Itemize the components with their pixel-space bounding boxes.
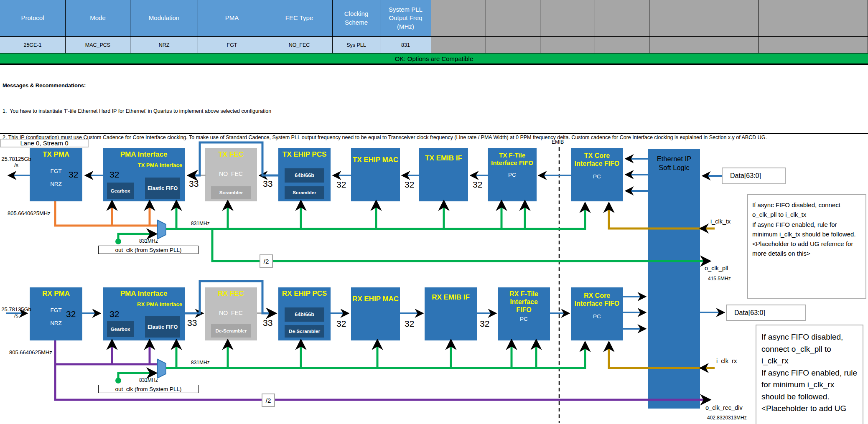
empty-header-cell[interactable] bbox=[813, 0, 868, 37]
tx-out-clk-box: out_clk (from System PLL) bbox=[98, 246, 199, 254]
col-header[interactable]: Protocol bbox=[0, 0, 66, 37]
empty-header-cell[interactable] bbox=[540, 0, 595, 37]
block-title: RX PMA bbox=[30, 287, 82, 298]
empty-value-cell[interactable] bbox=[595, 37, 650, 53]
empty-value-cell[interactable] bbox=[759, 37, 814, 53]
block-title: RX F-Tile Interface FIFO bbox=[498, 287, 550, 314]
block-subtitle: RX PMA Interface bbox=[103, 298, 185, 307]
elastic-fifo-subblock: Elastic FIFO bbox=[145, 316, 180, 338]
empty-header-cell[interactable] bbox=[649, 0, 704, 37]
rx-clock-divider-box: /2 bbox=[262, 394, 275, 407]
rx-ehip-mac-block: RX EHIP MAC bbox=[351, 287, 400, 340]
empty-value-cell[interactable] bbox=[431, 37, 486, 53]
messages-section: Messages & Recommendations: 1. You have … bbox=[3, 67, 863, 153]
empty-header-cell[interactable] bbox=[486, 0, 541, 37]
empty-value-cell[interactable] bbox=[649, 37, 704, 53]
block-title: PMA Interface bbox=[103, 148, 185, 159]
value-cell[interactable]: NRZ bbox=[130, 37, 198, 53]
empty-header-cell[interactable] bbox=[595, 0, 650, 37]
empty-header-cell[interactable] bbox=[431, 0, 486, 37]
empty-value-cell[interactable] bbox=[486, 37, 541, 53]
empty-value-cell[interactable] bbox=[540, 37, 595, 53]
scrambler-subblock: Scrambler bbox=[285, 186, 324, 199]
note-line: If async FIFO disabled, connect o_clk_pl… bbox=[752, 200, 861, 220]
bus-width-label: 32 bbox=[480, 319, 489, 329]
o-clk-pll-freq: 415.5MHz bbox=[708, 276, 731, 282]
col-header[interactable]: PMA bbox=[198, 0, 266, 37]
scrambler-subblock: Scrambler bbox=[211, 186, 251, 199]
value-cell[interactable]: 25GE-1 bbox=[0, 37, 66, 53]
empty-header-cell[interactable] bbox=[759, 0, 814, 37]
block-title: RX Core Interface FIFO bbox=[571, 287, 623, 307]
col-header[interactable]: Clocking Scheme bbox=[333, 0, 380, 37]
tx-emib-if-block: TX EMIB IF bbox=[419, 148, 468, 201]
gearbox-subblock: Gearbox bbox=[107, 183, 134, 199]
value-cell[interactable]: 831 bbox=[380, 37, 431, 53]
empty-header-cell[interactable] bbox=[704, 0, 759, 37]
tx-pma-clock-freq: 805.6640625MHz bbox=[8, 210, 51, 216]
tx-data-port-box: Data[63:0] bbox=[722, 168, 786, 184]
bus-width-label: 32 bbox=[109, 170, 119, 180]
col-header[interactable]: System PLL Output Freq (MHz) bbox=[380, 0, 431, 37]
col-header[interactable]: Modulation bbox=[130, 0, 198, 37]
rx-sysclk-line bbox=[166, 343, 585, 368]
empty-value-cell[interactable] bbox=[704, 37, 759, 53]
bus-width-label: 33 bbox=[189, 179, 199, 189]
config-table: Protocol Mode Modulation PMA FEC Type Cl… bbox=[0, 0, 868, 53]
col-header[interactable]: Mode bbox=[66, 0, 130, 37]
bus-width-label: 32 bbox=[473, 180, 482, 190]
value-cell[interactable]: MAC_PCS bbox=[66, 37, 130, 53]
o-clk-pll-line bbox=[212, 229, 709, 261]
tx-ftile-fifo-block: TX F-Tile Interface FIFO PC bbox=[488, 148, 537, 201]
message-item: 2. This IP (configuration) must use Cust… bbox=[3, 134, 863, 142]
rx-mux-in-freq: 831MHz bbox=[139, 377, 158, 383]
rx-fec-block: RX FEC NO_FEC De-Scrambler bbox=[205, 287, 257, 340]
block-title: RX EMIB IF bbox=[425, 287, 477, 302]
col-header[interactable]: FEC Type bbox=[266, 0, 333, 37]
modulation: NRZ bbox=[30, 181, 82, 187]
o-clk-rec-div-freq: 402.8320313MHz bbox=[707, 415, 747, 421]
rx-out-clk-box: out_clk (from System PLL) bbox=[98, 385, 199, 393]
block-title: RX EHIP MAC bbox=[351, 287, 400, 303]
bus-width-label: 32 bbox=[69, 170, 78, 180]
bus-width-label: 32 bbox=[109, 309, 119, 319]
tx-async-fifo-note: If async FIFO disabled, connect o_clk_pl… bbox=[747, 194, 866, 299]
tx-sysclk-line bbox=[166, 204, 585, 229]
fifo-mode: PC bbox=[571, 313, 623, 320]
tx-core-fifo-block: TX Core Interface FIFO PC bbox=[571, 148, 623, 201]
tx-pma-clock-line bbox=[55, 201, 157, 226]
tx-outclk-source-dot bbox=[115, 239, 121, 244]
decoder-subblock: 64b/66b bbox=[285, 307, 324, 322]
fifo-mode: PC bbox=[488, 172, 537, 178]
elastic-fifo-subblock: Elastic FIFO bbox=[145, 178, 180, 199]
value-cell[interactable]: FGT bbox=[198, 37, 266, 53]
tx-sysclk-freq: 831MHz bbox=[191, 221, 210, 226]
rx-data-port-box: Data[63:0] bbox=[726, 305, 806, 321]
tx-ehip-mac-block: TX EHIP MAC bbox=[351, 148, 400, 201]
bus-width-label: 33 bbox=[263, 179, 272, 189]
note-line: If async FIFO enabled, rule for minimum … bbox=[752, 220, 861, 239]
rx-outclk-source-dot bbox=[115, 378, 121, 383]
tx-clock-divider-box: /2 bbox=[260, 254, 273, 268]
note-line: If async FIFO disabled, connect o_clk_pl… bbox=[761, 331, 858, 367]
empty-value-cell[interactable] bbox=[813, 37, 868, 53]
fec-mode: NO_FEC bbox=[205, 170, 257, 177]
bus-width-label: 32 bbox=[405, 180, 414, 190]
block-title: TX EHIP MAC bbox=[351, 148, 400, 164]
block-title: TX PMA bbox=[30, 148, 82, 159]
bus-width-label: 32 bbox=[405, 319, 414, 329]
o-clk-pll-label: o_clk_pll bbox=[705, 265, 728, 272]
bus-width-label: 33 bbox=[263, 318, 272, 328]
tx-line-rate-label: 25.78125Gb/s bbox=[0, 156, 33, 169]
i-clk-tx-entry-arrow bbox=[699, 223, 709, 234]
value-cell[interactable]: NO_FEC bbox=[266, 37, 333, 53]
block-title: RX FEC bbox=[205, 287, 257, 298]
emib-label: EMIB bbox=[552, 139, 564, 145]
descrambler-subblock: De-Scrambler bbox=[211, 324, 251, 338]
o-clk-rec-div-label: o_clk_rec_div bbox=[705, 404, 743, 411]
value-cell[interactable]: Sys PLL bbox=[333, 37, 380, 53]
gearbox-subblock: Gearbox bbox=[107, 321, 134, 337]
block-subtitle: TX PMA Interface bbox=[103, 159, 185, 168]
i-clk-rx-label: i_clk_rx bbox=[716, 358, 737, 364]
note-line: <Placeholder to add UG refernce for more… bbox=[752, 239, 861, 259]
